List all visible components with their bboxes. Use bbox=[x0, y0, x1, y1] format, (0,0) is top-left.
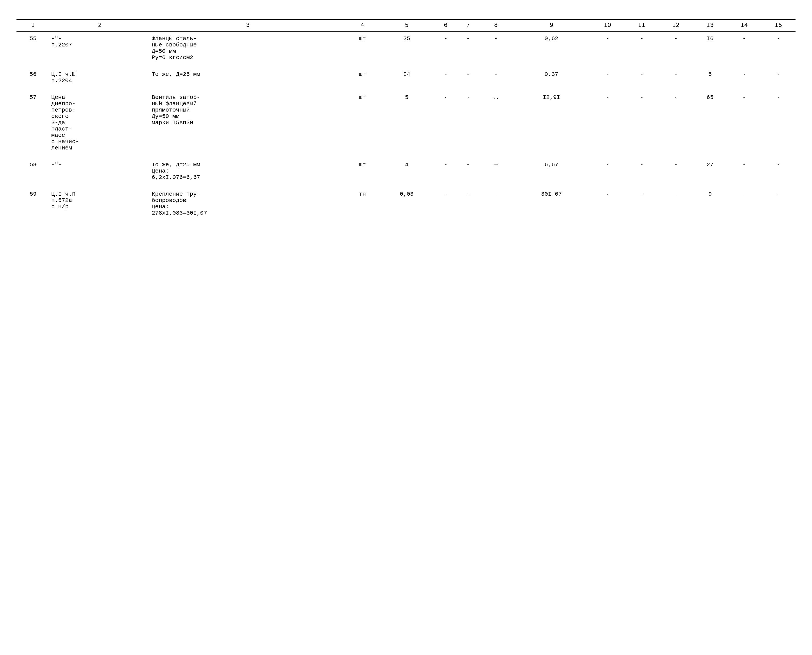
table-cell-col-10: · bbox=[591, 187, 624, 220]
table-cell-col-8: - bbox=[479, 31, 512, 65]
table-cell-col-11: - bbox=[624, 67, 659, 88]
table-cell-col-7: - bbox=[457, 187, 480, 220]
table-cell-col-5: 25 bbox=[379, 31, 434, 65]
table-cell-col-12: - bbox=[659, 187, 693, 220]
table-cell-col-2: Ц.I ч.Шп.2204 bbox=[50, 67, 150, 88]
table-cell-col-14: - bbox=[727, 91, 761, 155]
table-cell-col-2: ЦенаДнепро-петров-ского3-даПласт-массс н… bbox=[50, 91, 150, 155]
spacer-row bbox=[17, 185, 795, 187]
table-cell-col-13: 65 bbox=[693, 91, 727, 155]
col-header-10: IO bbox=[591, 20, 624, 31]
table-cell-col-6: - bbox=[434, 158, 457, 185]
table-cell-col-6: - bbox=[434, 31, 457, 65]
table-cell-col-14: - bbox=[727, 158, 761, 185]
table-cell-col-11: - bbox=[624, 91, 659, 155]
table-cell-col-6: - bbox=[434, 187, 457, 220]
col-header-7: 7 bbox=[457, 20, 480, 31]
table-cell-col-6: · bbox=[434, 91, 457, 155]
table-cell-col-8: .. bbox=[479, 91, 512, 155]
table-cell-col-9: 0,62 bbox=[512, 31, 591, 65]
spacer-row bbox=[17, 65, 795, 67]
table-cell-col-6: - bbox=[434, 67, 457, 88]
spacer-row bbox=[17, 88, 795, 91]
table-cell-col-5: 0,03 bbox=[379, 187, 434, 220]
table-cell-col-3: То же, Д=25 мм bbox=[150, 67, 346, 88]
table-cell-col-9: 30I-07 bbox=[512, 187, 591, 220]
col-header-1: I bbox=[17, 20, 50, 31]
col-header-14: I4 bbox=[727, 20, 761, 31]
table-cell-col-13: 27 bbox=[693, 158, 727, 185]
table-cell-col-9: 6,67 bbox=[512, 158, 591, 185]
table-row: 57ЦенаДнепро-петров-ского3-даПласт-массс… bbox=[17, 91, 795, 155]
table-cell-col-8: - bbox=[479, 67, 512, 88]
table-cell-col-13: 5 bbox=[693, 67, 727, 88]
table-cell-col-11: - bbox=[624, 187, 659, 220]
table-cell-col-10: - bbox=[591, 158, 624, 185]
table-cell-col-12: - bbox=[659, 158, 693, 185]
table-cell-col-4: тн bbox=[346, 187, 379, 220]
table-cell-col-10: - bbox=[591, 67, 624, 88]
table-cell-col-7: - bbox=[457, 158, 480, 185]
table-cell-col-15: - bbox=[761, 31, 795, 65]
table-cell-col-10: - bbox=[591, 31, 624, 65]
table-row: 55-"-п.2207Фланцы сталь-ные свободныеД=5… bbox=[17, 31, 795, 65]
table-row: 56Ц.I ч.Шп.2204То же, Д=25 ммштI4---0,37… bbox=[17, 67, 795, 88]
table-cell-col-3: Вентиль запор-ный фланцевыйпрямоточныйДу… bbox=[150, 91, 346, 155]
table-cell-col-1: 58 bbox=[17, 158, 50, 185]
col-header-8: 8 bbox=[479, 20, 512, 31]
table-cell-col-8: — bbox=[479, 158, 512, 185]
col-header-3: 3 bbox=[150, 20, 346, 31]
col-header-5: 5 bbox=[379, 20, 434, 31]
table-cell-col-8: - bbox=[479, 187, 512, 220]
table-cell-col-2: Ц.I ч.Пп.572ас н/р bbox=[50, 187, 150, 220]
col-header-11: II bbox=[624, 20, 659, 31]
table-cell-col-15: - bbox=[761, 67, 795, 88]
table-cell-col-10: - bbox=[591, 91, 624, 155]
spacer-row bbox=[17, 155, 795, 158]
table-cell-col-5: 5 bbox=[379, 91, 434, 155]
table-cell-col-13: I6 bbox=[693, 31, 727, 65]
table-cell-col-5: 4 bbox=[379, 158, 434, 185]
table-cell-col-3: То же, Д=25 ммЦена:6,2хI,076=6,67 bbox=[150, 158, 346, 185]
table-cell-col-15: - bbox=[761, 187, 795, 220]
table-cell-col-12: - bbox=[659, 67, 693, 88]
table-cell-col-15: - bbox=[761, 91, 795, 155]
main-table: I 2 3 4 5 6 7 8 9 IO II I2 I3 I4 I5 55-"… bbox=[17, 19, 795, 220]
col-header-15: I5 bbox=[761, 20, 795, 31]
table-cell-col-9: I2,9I bbox=[512, 91, 591, 155]
table-cell-col-15: - bbox=[761, 158, 795, 185]
table-cell-col-4: шт bbox=[346, 91, 379, 155]
table-cell-col-13: 9 bbox=[693, 187, 727, 220]
table-cell-col-1: 56 bbox=[17, 67, 50, 88]
table-cell-col-7: · bbox=[457, 91, 480, 155]
table-cell-col-3: Крепление тру-бопроводовЦена:278хI,083=3… bbox=[150, 187, 346, 220]
table-cell-col-1: 59 bbox=[17, 187, 50, 220]
table-cell-col-7: - bbox=[457, 67, 480, 88]
col-header-9: 9 bbox=[512, 20, 591, 31]
main-table-wrapper: I 2 3 4 5 6 7 8 9 IO II I2 I3 I4 I5 55-"… bbox=[17, 19, 795, 220]
table-cell-col-7: - bbox=[457, 31, 480, 65]
table-cell-col-3: Фланцы сталь-ные свободныеД=50 ммРу=6 кг… bbox=[150, 31, 346, 65]
table-cell-col-1: 55 bbox=[17, 31, 50, 65]
col-header-2: 2 bbox=[50, 20, 150, 31]
col-header-4: 4 bbox=[346, 20, 379, 31]
table-cell-col-11: - bbox=[624, 31, 659, 65]
table-row: 58-"-То же, Д=25 ммЦена:6,2хI,076=6,67шт… bbox=[17, 158, 795, 185]
table-cell-col-5: I4 bbox=[379, 67, 434, 88]
col-header-12: I2 bbox=[659, 20, 693, 31]
table-cell-col-14: - bbox=[727, 31, 761, 65]
table-cell-col-2: -"- bbox=[50, 158, 150, 185]
table-row: 59Ц.I ч.Пп.572ас н/рКрепление тру-бопров… bbox=[17, 187, 795, 220]
table-cell-col-4: шт bbox=[346, 31, 379, 65]
col-header-13: I3 bbox=[693, 20, 727, 31]
table-cell-col-4: шт bbox=[346, 67, 379, 88]
table-header-row: I 2 3 4 5 6 7 8 9 IO II I2 I3 I4 I5 bbox=[17, 20, 795, 31]
table-cell-col-9: 0,37 bbox=[512, 67, 591, 88]
table-cell-col-11: - bbox=[624, 158, 659, 185]
table-cell-col-12: - bbox=[659, 31, 693, 65]
col-header-6: 6 bbox=[434, 20, 457, 31]
table-cell-col-2: -"-п.2207 bbox=[50, 31, 150, 65]
table-cell-col-14: · bbox=[727, 67, 761, 88]
table-cell-col-12: · bbox=[659, 91, 693, 155]
table-cell-col-14: - bbox=[727, 187, 761, 220]
